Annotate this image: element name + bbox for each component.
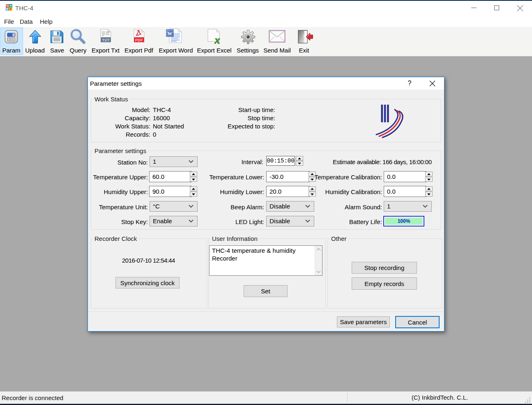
svg-text:TXT: TXT xyxy=(102,38,110,42)
svg-text:PDF: PDF xyxy=(135,38,143,42)
svg-text:W: W xyxy=(168,31,173,37)
svg-text:F: F xyxy=(10,7,12,11)
svg-text:x: x xyxy=(214,34,220,44)
svg-text:°C: °C xyxy=(6,5,9,7)
